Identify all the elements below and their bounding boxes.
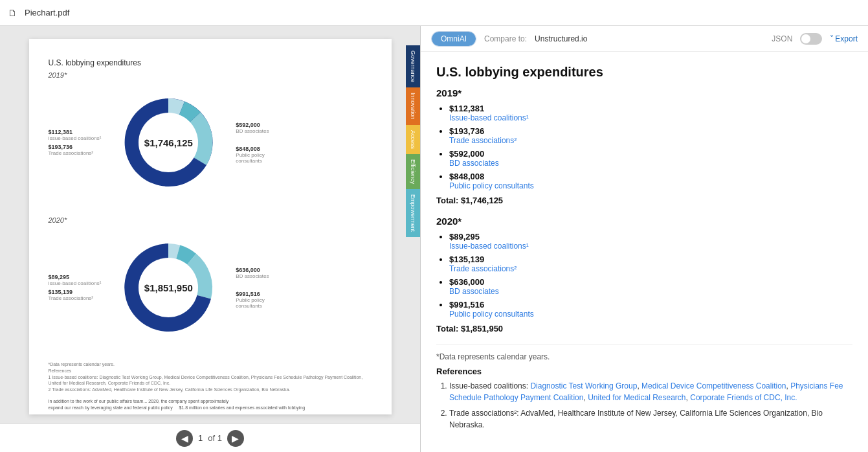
topbar: 🗋 Piechart.pdf xyxy=(0,0,868,26)
left-labels-2020: $89,295 Issue-based coalitions¹ $135,139… xyxy=(49,274,102,301)
reference-item: Issue-based coalitions: Diagnostic Test … xyxy=(449,380,852,403)
right-panel: OmniAI Compare to: Unstructured.io JSON … xyxy=(421,26,868,452)
page-of: of 1 xyxy=(208,433,222,443)
right-year-2020: 2020* xyxy=(436,216,852,227)
current-page: 1 xyxy=(198,433,203,443)
main-layout: U.S. lobbying expenditures 2019* $112,38… xyxy=(0,26,868,452)
chart-container-2020: $89,295 Issue-based coalitions¹ $135,139… xyxy=(49,229,372,346)
side-tabs: Governance Innovation Access Efficiency … xyxy=(406,45,420,237)
right-year-2019: 2019* xyxy=(436,87,852,98)
left-labels-2019: $112,381 Issue-based coalitions¹ $193,73… xyxy=(49,129,102,156)
right-total-2020: Total: $1,851,950 xyxy=(436,324,852,333)
file-icon: 🗋 xyxy=(8,8,17,18)
label-112381: $112,381 Issue-based coalitions¹ xyxy=(49,129,102,141)
list-item: $193,736 Trade associations² xyxy=(449,126,852,145)
pdf-bottom-text: In addition to the work of our public af… xyxy=(49,398,372,411)
sidebar-item-innovation[interactable]: Innovation xyxy=(406,87,420,125)
references-list: Issue-based coalitions: Diagnostic Test … xyxy=(436,380,852,431)
right-main-title: U.S. lobbying expenditures xyxy=(436,65,852,80)
chart-container-2019: $112,381 Issue-based coalitions¹ $193,73… xyxy=(49,84,372,201)
list-item: $112,381 Issue-based coalitions¹ xyxy=(449,104,852,122)
sidebar-item-empowerment[interactable]: Empowerment xyxy=(406,189,420,237)
export-button[interactable]: ˅ Export xyxy=(830,34,858,43)
pdf-year-2020: 2020* xyxy=(49,216,372,224)
right-total-2019: Total: $1,746,125 xyxy=(436,196,852,205)
label-193736: $193,736 Trade associations² xyxy=(49,144,102,156)
references-title: References xyxy=(436,367,852,376)
pdf-page: U.S. lobbying expenditures 2019* $112,38… xyxy=(29,39,392,414)
export-chevron: ˅ xyxy=(830,34,834,43)
compare-target[interactable]: Unstructured.io xyxy=(535,34,587,43)
compare-label: Compare to: xyxy=(484,34,527,43)
chart-2020: 2020* $89,295 Issue-based coalitions¹ $1… xyxy=(49,216,372,346)
pdf-content[interactable]: U.S. lobbying expenditures 2019* $112,38… xyxy=(0,26,420,424)
label-592000: $592,000 BD associates xyxy=(236,122,269,134)
reference-item-2: Trade associations²: AdvaMed, Healthcare… xyxy=(449,407,852,431)
next-page-button[interactable]: ▶ xyxy=(227,430,244,447)
right-labels-2019: $592,000 BD associates $848,008 Public p… xyxy=(236,122,269,164)
pdf-panel: U.S. lobbying expenditures 2019* $112,38… xyxy=(0,26,421,452)
view-toggle-group: OmniAI xyxy=(431,31,476,47)
donut-2020: $1,851,950 xyxy=(110,229,227,346)
list-item: $848,008 Public policy consultants xyxy=(449,172,852,190)
label-848008: $848,008 Public policy consultants xyxy=(236,146,269,164)
pdf-footnotes: *Data represents calendar years. Referen… xyxy=(49,361,372,393)
json-label: JSON xyxy=(772,34,792,43)
pdf-page-title: U.S. lobbying expenditures xyxy=(49,58,372,67)
list-item: $592,000 BD associates xyxy=(449,149,852,168)
sidebar-item-efficiency[interactable]: Efficiency xyxy=(406,154,420,189)
list-item: $991,516 Public policy consultants xyxy=(449,300,852,319)
ref-link-1[interactable]: Diagnostic Test Working Group xyxy=(530,381,637,390)
list-item: $636,000 BD associates xyxy=(449,277,852,296)
label-89295: $89,295 Issue-based coalitions¹ xyxy=(49,274,102,286)
json-toggle[interactable] xyxy=(800,33,822,45)
ref-link-4[interactable]: United for Medical Research xyxy=(588,393,685,402)
sidebar-item-access[interactable]: Access xyxy=(406,125,420,154)
ref-link-2[interactable]: Medical Device Competitiveness Coalition xyxy=(641,381,786,390)
right-content[interactable]: U.S. lobbying expenditures 2019* $112,38… xyxy=(421,52,868,452)
pdf-year-2019: 2019* xyxy=(49,71,372,79)
prev-page-button[interactable]: ◀ xyxy=(176,430,193,447)
list-item: $135,139 Trade associations² xyxy=(449,254,852,273)
filename: Piechart.pdf xyxy=(25,8,69,17)
label-991516: $991,516 Public policy consultants xyxy=(236,291,269,309)
label-135139: $135,139 Trade associations² xyxy=(49,289,102,301)
donut-2019: $1,746,125 xyxy=(110,84,227,201)
svg-point-0 xyxy=(139,113,198,172)
content-divider xyxy=(436,344,852,345)
right-labels-2020: $636,000 BD associates $991,516 Public p… xyxy=(236,267,269,309)
chart-2019: 2019* $112,381 Issue-based coalitions¹ $… xyxy=(49,71,372,201)
svg-point-1 xyxy=(139,258,198,317)
right-note: *Data represents calendar years. xyxy=(436,352,852,361)
sidebar-item-governance[interactable]: Governance xyxy=(406,45,420,87)
ref-link-5[interactable]: Corporate Friends of CDC, Inc. xyxy=(690,393,797,402)
list-item: $89,295 Issue-based coalitions¹ xyxy=(449,232,852,251)
right-list-2020: $89,295 Issue-based coalitions¹ $135,139… xyxy=(436,232,852,319)
pdf-pagination: ◀ 1 of 1 ▶ xyxy=(0,424,420,452)
right-list-2019: $112,381 Issue-based coalitions¹ $193,73… xyxy=(436,104,852,190)
right-topbar: OmniAI Compare to: Unstructured.io JSON … xyxy=(421,26,868,52)
label-636000: $636,000 BD associates xyxy=(236,267,269,279)
omni-ai-toggle[interactable]: OmniAI xyxy=(432,32,476,46)
